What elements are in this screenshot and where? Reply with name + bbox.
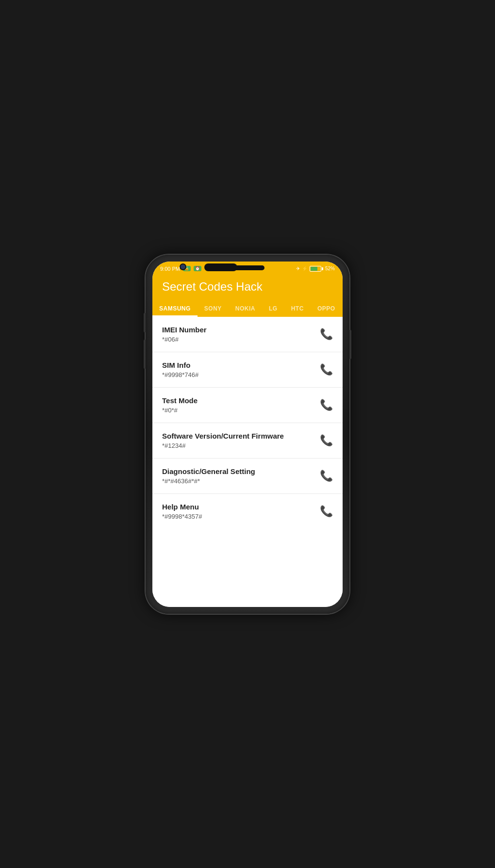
code-value: *#*#4636#*#* [162,477,320,485]
code-info: Test Mode *#0*# [162,396,320,414]
power-button [349,330,351,359]
list-item[interactable]: IMEI Number *#06# 📞 [152,317,343,352]
phone-device: 9:00 PM 🔒 ⏰ ✈ ⚡ 52% [146,255,349,614]
tab-samsung[interactable]: SAMSUNG [152,300,198,317]
code-name: IMEI Number [162,326,320,334]
tabs-bar: SAMSUNG SONY NOKIA LG HTC OPPO M [152,300,343,317]
tab-m[interactable]: M [342,300,343,317]
front-camera [181,264,185,269]
list-item[interactable]: SIM Info *#9998*746# 📞 [152,352,343,388]
lightning-icon: ⚡ [302,266,308,271]
code-value: *#06# [162,336,320,343]
list-item[interactable]: Help Menu *#9998*4357# 📞 [152,494,343,529]
battery-body [310,266,321,272]
battery-fill [311,267,317,271]
code-info: Diagnostic/General Setting *#*#4636#*#* [162,467,320,485]
app-header: Secret Codes Hack [152,275,343,300]
battery-percent: 52% [325,266,335,271]
code-name: Test Mode [162,396,320,405]
call-icon[interactable]: 📞 [320,434,333,447]
list-item[interactable]: Test Mode *#0*# 📞 [152,388,343,423]
code-info: IMEI Number *#06# [162,326,320,343]
call-icon[interactable]: 📞 [320,328,333,341]
speaker [231,265,264,270]
tab-oppo[interactable]: OPPO [311,300,342,317]
code-name: Diagnostic/General Setting [162,467,320,475]
code-value: *#9998*746# [162,371,320,378]
code-name: Software Version/Current Firmware [162,432,320,440]
volume-up-button [144,313,146,332]
phone-screen: 9:00 PM 🔒 ⏰ ✈ ⚡ 52% [152,262,343,607]
status-right: ✈ ⚡ 52% [296,266,335,272]
call-icon[interactable]: 📞 [320,505,333,518]
app-title: Secret Codes Hack [162,280,333,300]
battery-indicator [310,266,323,272]
battery-tip [322,267,323,270]
tab-lg[interactable]: LG [262,300,284,317]
clock-icon-box: ⏰ [194,266,201,271]
code-name: Help Menu [162,503,320,511]
call-icon[interactable]: 📞 [320,399,333,411]
code-info: Help Menu *#9998*4357# [162,503,320,520]
call-icon[interactable]: 📞 [320,363,333,376]
code-value: *#1234# [162,442,320,449]
code-value: *#9998*4357# [162,513,320,520]
clock-icon: ⏰ [195,266,200,271]
code-value: *#0*# [162,407,320,414]
list-item[interactable]: Software Version/Current Firmware *#1234… [152,423,343,459]
status-time: 9:00 PM [160,266,180,272]
tab-sony[interactable]: SONY [198,300,229,317]
code-name: SIM Info [162,361,320,369]
code-info: SIM Info *#9998*746# [162,361,320,378]
list-item[interactable]: Diagnostic/General Setting *#*#4636#*#* … [152,459,343,494]
content-area: IMEI Number *#06# 📞 SIM Info *#9998*746#… [152,317,343,607]
call-icon[interactable]: 📞 [320,470,333,482]
tab-nokia[interactable]: NOKIA [229,300,262,317]
airplane-icon: ✈ [296,266,300,271]
tab-htc[interactable]: HTC [284,300,311,317]
code-info: Software Version/Current Firmware *#1234… [162,432,320,449]
volume-down-button [144,340,146,369]
